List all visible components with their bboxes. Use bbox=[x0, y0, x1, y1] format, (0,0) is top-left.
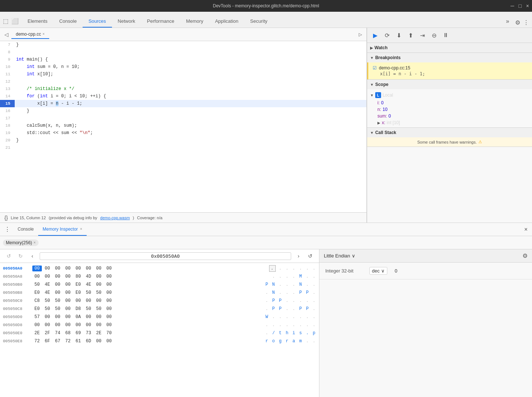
bottom-tab-memory-inspector[interactable]: Memory Inspector × bbox=[38, 223, 87, 236]
mem-prev-button[interactable]: ‹ bbox=[28, 252, 37, 260]
tab-elements[interactable]: Elements bbox=[22, 15, 53, 28]
bottom-tab-console[interactable]: Console bbox=[13, 223, 38, 236]
hex-byte[interactable]: 00 bbox=[63, 314, 73, 320]
step-out-button[interactable]: ⬆ bbox=[405, 30, 416, 40]
mem-undo-button[interactable]: ↺ bbox=[4, 252, 13, 260]
hex-byte[interactable]: 50 bbox=[43, 306, 52, 312]
hex-byte[interactable]: 00 bbox=[104, 274, 114, 279]
hex-byte[interactable]: 69 bbox=[73, 330, 83, 336]
hex-byte[interactable]: 00 bbox=[104, 314, 114, 320]
memory-inspector-tab-close[interactable]: × bbox=[80, 227, 82, 231]
hex-byte[interactable]: 0A bbox=[73, 314, 83, 320]
mem-next-button[interactable]: › bbox=[294, 252, 303, 260]
val-format-select[interactable]: dec ∨ bbox=[369, 267, 387, 275]
hex-byte[interactable]: 50 bbox=[94, 290, 104, 296]
hex-byte[interactable]: 6D bbox=[84, 338, 93, 344]
hex-byte[interactable]: 00 bbox=[104, 282, 114, 288]
panel-toggle-button[interactable]: ◁ bbox=[1, 30, 11, 39]
hex-byte[interactable]: 00 bbox=[104, 338, 114, 344]
hex-byte[interactable]: 00 bbox=[94, 322, 104, 328]
hex-byte[interactable]: 2E bbox=[94, 330, 104, 336]
hex-byte[interactable]: D8 bbox=[73, 306, 83, 312]
watch-section-header[interactable]: ▶ Watch bbox=[367, 43, 532, 53]
local-header[interactable]: ▼ L Local bbox=[370, 91, 529, 100]
hex-byte[interactable]: 57 bbox=[32, 314, 42, 320]
close-button[interactable]: × bbox=[526, 3, 529, 9]
device-icon[interactable]: ⬜ bbox=[11, 18, 19, 25]
tab-sources[interactable]: Sources bbox=[83, 15, 112, 28]
hex-byte[interactable]: 00 bbox=[53, 274, 62, 279]
hex-byte[interactable]: 00 bbox=[104, 290, 114, 296]
hex-byte[interactable]: 00 bbox=[53, 322, 62, 328]
deactivate-breakpoints-button[interactable]: ⊖ bbox=[429, 30, 439, 40]
hex-byte[interactable]: 50 bbox=[84, 290, 93, 296]
hex-byte[interactable]: 2F bbox=[43, 330, 52, 336]
hex-byte[interactable]: 72 bbox=[32, 338, 42, 344]
breakpoint-checkbox[interactable]: ☑ bbox=[373, 65, 377, 71]
hex-byte[interactable]: 73 bbox=[84, 330, 93, 336]
hex-byte[interactable]: 00 bbox=[53, 266, 62, 271]
hex-byte[interactable]: 4E bbox=[43, 290, 52, 296]
hex-byte[interactable]: 00 bbox=[63, 298, 73, 304]
hex-byte[interactable]: 00 bbox=[94, 274, 104, 279]
hex-byte[interactable]: 4D bbox=[84, 274, 93, 279]
file-tab-close[interactable]: × bbox=[43, 32, 45, 36]
resume-button[interactable]: ▶ bbox=[370, 30, 380, 40]
hex-byte[interactable]: 00 bbox=[63, 322, 73, 328]
hex-byte[interactable]: 67 bbox=[53, 338, 62, 344]
hex-byte[interactable]: 00 bbox=[84, 266, 93, 271]
hex-byte[interactable]: 00 bbox=[32, 322, 42, 328]
memory-settings-icon[interactable]: ⚙ bbox=[522, 252, 528, 259]
hex-byte[interactable]: 2E bbox=[32, 330, 42, 336]
mem-refresh-button[interactable]: ↺ bbox=[306, 252, 315, 260]
step-into-button[interactable]: ⬇ bbox=[394, 30, 404, 40]
breakpoints-section-header[interactable]: ▼ Breakpoints bbox=[367, 53, 532, 62]
tab-memory[interactable]: Memory bbox=[180, 15, 209, 28]
tab-network[interactable]: Network bbox=[112, 15, 141, 28]
tab-performance[interactable]: Performance bbox=[141, 15, 180, 28]
file-tab-demo-cpp[interactable]: demo-cpp.cc × bbox=[11, 30, 49, 39]
hex-byte[interactable]: 00 bbox=[84, 298, 93, 304]
bottom-tab-menu[interactable]: ⋮ bbox=[1, 224, 13, 234]
hex-byte[interactable]: 00 bbox=[53, 290, 62, 296]
hex-byte[interactable]: 50 bbox=[53, 306, 62, 312]
hex-byte[interactable]: 50 bbox=[32, 282, 42, 288]
hex-byte[interactable]: 00 bbox=[43, 314, 52, 320]
hex-byte[interactable]: E0 bbox=[73, 290, 83, 296]
hex-byte[interactable]: 4E bbox=[84, 282, 93, 288]
hex-byte[interactable]: 00 bbox=[63, 282, 73, 288]
hex-byte[interactable]: 00 bbox=[53, 314, 62, 320]
tab-security[interactable]: Security bbox=[244, 15, 273, 28]
memory-256-tab[interactable]: Memory(256) × bbox=[3, 239, 39, 246]
hex-byte[interactable]: 00 bbox=[63, 266, 73, 271]
hex-byte[interactable]: 00 bbox=[104, 322, 114, 328]
hex-byte[interactable]: 00 bbox=[94, 266, 104, 271]
hex-byte[interactable]: 00 bbox=[94, 282, 104, 288]
file-tab-more[interactable]: ▷ bbox=[356, 30, 365, 39]
memory-256-close[interactable]: × bbox=[33, 241, 36, 245]
hex-byte[interactable]: 61 bbox=[73, 338, 83, 344]
inspect-icon[interactable]: ⬚ bbox=[3, 18, 8, 25]
hex-byte[interactable]: 00 bbox=[43, 274, 52, 279]
hex-byte[interactable]: 00 bbox=[73, 266, 83, 271]
minimize-button[interactable]: ─ bbox=[510, 3, 514, 9]
hex-byte[interactable]: 00 bbox=[43, 266, 52, 271]
hex-byte[interactable]: 50 bbox=[53, 298, 62, 304]
pause-on-exceptions-button[interactable]: ⏸ bbox=[441, 30, 451, 40]
scope-var-x[interactable]: ▶ x: int [10] bbox=[377, 119, 529, 126]
hex-byte[interactable]: 68 bbox=[63, 330, 73, 336]
hex-byte[interactable]: 00 bbox=[43, 322, 52, 328]
mem-address-input[interactable] bbox=[40, 252, 291, 260]
hex-byte[interactable]: 00 bbox=[94, 338, 104, 344]
call-stack-section-header[interactable]: ▼ Call Stack bbox=[367, 128, 532, 137]
hex-byte[interactable]: 00 bbox=[84, 314, 93, 320]
hex-byte[interactable]: 00 bbox=[73, 322, 83, 328]
tab-console[interactable]: Console bbox=[53, 15, 83, 28]
hex-byte[interactable]: 00 bbox=[32, 266, 42, 271]
hex-byte[interactable]: 74 bbox=[53, 330, 62, 336]
more-tabs-button[interactable]: » bbox=[503, 15, 512, 28]
hex-byte[interactable]: E0 bbox=[32, 306, 42, 312]
hex-byte[interactable]: 00 bbox=[104, 298, 114, 304]
hex-byte[interactable]: 00 bbox=[73, 298, 83, 304]
maximize-button[interactable]: □ bbox=[518, 3, 521, 9]
